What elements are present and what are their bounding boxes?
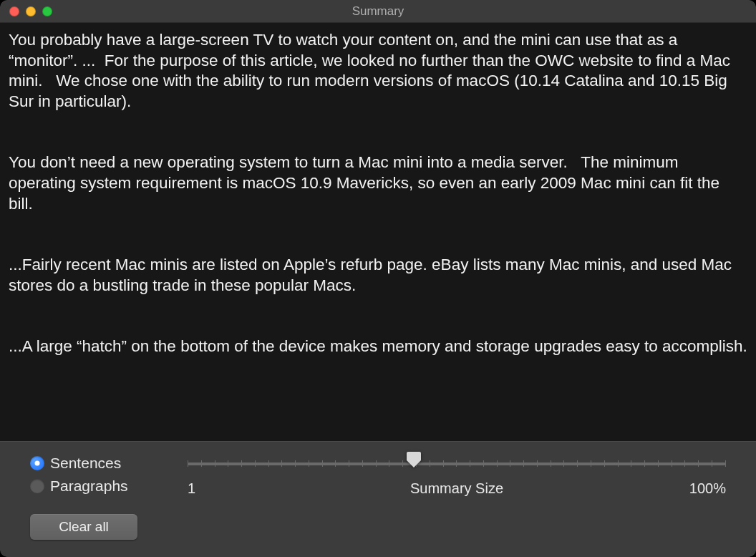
- close-button[interactable]: [9, 6, 19, 16]
- slider-max-label: 100%: [689, 480, 726, 497]
- slider-min-label: 1: [188, 480, 195, 497]
- radio-paragraphs-indicator: [30, 479, 44, 493]
- summary-size-slider-wrap: 1 Summary Size 100%: [188, 455, 726, 497]
- radio-paragraphs-label: Paragraphs: [50, 478, 128, 495]
- summary-size-slider[interactable]: [188, 455, 726, 472]
- titlebar[interactable]: Summary: [0, 0, 756, 23]
- radio-paragraphs[interactable]: Paragraphs: [30, 478, 159, 495]
- summary-window: Summary You probably have a large-screen…: [0, 0, 756, 557]
- slider-thumb[interactable]: [407, 452, 421, 468]
- clear-all-label: Clear all: [59, 519, 109, 535]
- slider-center-label: Summary Size: [410, 480, 503, 497]
- controls-panel: Sentences Paragraphs: [0, 441, 756, 557]
- slider-ticks: [188, 460, 726, 468]
- summary-text-area[interactable]: You probably have a large-screen TV to w…: [0, 23, 756, 441]
- radio-sentences[interactable]: Sentences: [30, 455, 159, 472]
- zoom-button[interactable]: [42, 6, 52, 16]
- summary-text: You probably have a large-screen TV to w…: [9, 30, 747, 357]
- minimize-button[interactable]: [26, 6, 36, 16]
- traffic-lights: [9, 6, 52, 16]
- radio-sentences-label: Sentences: [50, 455, 121, 472]
- mode-radio-group: Sentences Paragraphs: [30, 455, 159, 495]
- clear-all-button[interactable]: Clear all: [30, 514, 137, 540]
- radio-sentences-indicator: [30, 456, 44, 470]
- slider-labels: 1 Summary Size 100%: [188, 480, 726, 497]
- window-title: Summary: [0, 4, 756, 19]
